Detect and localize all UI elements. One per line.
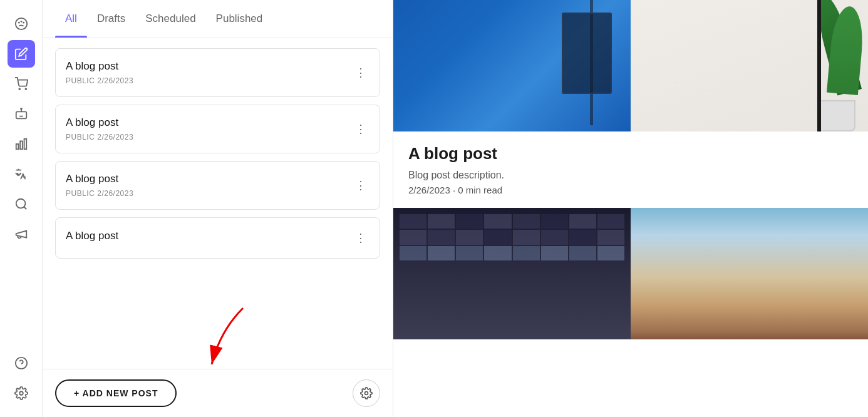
svg-point-7 (21, 108, 22, 110)
svg-point-15 (19, 391, 23, 395)
post-card[interactable]: A blog post PUBLIC 2/26/2023 ⋮ (55, 161, 380, 210)
svg-rect-8 (16, 144, 18, 149)
svg-point-17 (365, 392, 368, 395)
add-post-button[interactable]: + ADD NEW POST (55, 379, 177, 407)
preview-image-building (393, 208, 631, 339)
left-panel: All Drafts Scheduled Published A blog po… (43, 0, 393, 417)
tab-all[interactable]: All (55, 0, 87, 38)
post-title: A blog post (66, 60, 352, 73)
tab-published[interactable]: Published (206, 0, 273, 38)
post-card[interactable]: A blog post PUBLIC 2/26/2023 ⋮ (55, 105, 380, 153)
post-menu-button[interactable]: ⋮ (352, 120, 369, 138)
post-title: A blog post (66, 173, 352, 185)
sidebar-item-chart[interactable] (8, 130, 35, 158)
post-title: A blog post (66, 116, 352, 129)
post-menu-button[interactable]: ⋮ (352, 177, 369, 194)
preview-image-plant (631, 0, 868, 131)
svg-point-3 (23, 22, 24, 24)
svg-point-4 (19, 88, 20, 90)
tab-drafts[interactable]: Drafts (87, 0, 135, 38)
preview-post-description: Blog post description. (408, 170, 853, 181)
svg-line-12 (24, 207, 26, 209)
sidebar-item-palette[interactable] (8, 10, 35, 38)
post-title: A blog post (66, 230, 352, 242)
post-menu-button[interactable]: ⋮ (352, 64, 369, 81)
tab-scheduled[interactable]: Scheduled (135, 0, 205, 38)
right-panel: A blog post Blog post description. 2/26/… (393, 0, 868, 417)
post-meta: PUBLIC 2/26/2023 (66, 189, 352, 198)
tabs-bar: All Drafts Scheduled Published (43, 0, 393, 38)
post-card-content: A blog post PUBLIC 2/26/2023 (66, 116, 352, 142)
sidebar-item-robot[interactable] (8, 100, 35, 128)
preview-bottom-images (393, 208, 868, 339)
post-card[interactable]: A blog post ⋮ (55, 217, 380, 259)
post-meta: PUBLIC 2/26/2023 (66, 76, 352, 85)
preview-top-images (393, 0, 868, 131)
post-menu-button[interactable]: ⋮ (352, 229, 369, 247)
bottom-bar: + ADD NEW POST (43, 369, 393, 417)
post-card[interactable]: A blog post PUBLIC 2/26/2023 ⋮ (55, 48, 380, 97)
sidebar-item-megaphone[interactable] (8, 220, 35, 248)
sidebar-item-settings[interactable] (8, 379, 35, 407)
post-card-content: A blog post PUBLIC 2/26/2023 (66, 60, 352, 85)
svg-rect-6 (16, 111, 26, 118)
sidebar-item-translate[interactable] (8, 160, 35, 188)
preview-post-title: A blog post (408, 144, 853, 163)
post-settings-button[interactable] (353, 379, 380, 407)
svg-point-2 (20, 21, 22, 23)
sidebar-item-search[interactable] (8, 190, 35, 218)
preview-post-meta: 2/26/2023 · 0 min read (408, 185, 853, 195)
svg-point-0 (15, 18, 26, 29)
sidebar (0, 0, 43, 417)
preview-image-sunset (631, 208, 868, 339)
sidebar-item-help[interactable] (8, 349, 35, 377)
post-meta: PUBLIC 2/26/2023 (66, 133, 352, 142)
preview-image-blue (393, 0, 631, 131)
post-card-content: A blog post PUBLIC 2/26/2023 (66, 173, 352, 198)
svg-point-5 (25, 88, 26, 90)
preview-blog-text: A blog post Blog post description. 2/26/… (393, 131, 868, 208)
sidebar-item-edit[interactable] (8, 40, 35, 68)
svg-rect-9 (20, 141, 23, 149)
sidebar-item-cart[interactable] (8, 70, 35, 98)
svg-rect-10 (24, 139, 26, 150)
svg-point-11 (16, 199, 25, 209)
post-card-content: A blog post (66, 230, 352, 246)
svg-point-1 (18, 22, 19, 24)
posts-list: A blog post PUBLIC 2/26/2023 ⋮ A blog po… (43, 38, 393, 369)
